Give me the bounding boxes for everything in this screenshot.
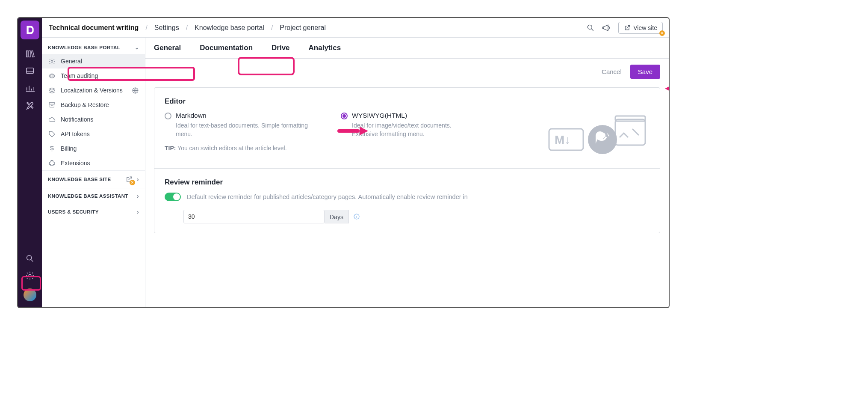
cloud-icon xyxy=(48,116,56,123)
review-reminder-toggle[interactable] xyxy=(165,193,181,201)
review-desc: Default review reminder for published ar… xyxy=(187,193,468,202)
radio-markdown[interactable] xyxy=(165,113,171,119)
breadcrumb-settings[interactable]: Settings xyxy=(153,24,181,32)
action-row: Cancel Save xyxy=(145,59,669,85)
section-label: KNOWLEDGE BASE SITE xyxy=(48,177,111,182)
choice-title: Markdown xyxy=(176,112,323,119)
item-label: API tokens xyxy=(61,131,90,137)
rail-tools-icon[interactable] xyxy=(21,97,38,114)
svg-point-3 xyxy=(588,25,592,29)
topbar-announce-icon[interactable] xyxy=(601,23,611,33)
tag-icon xyxy=(48,130,56,138)
editor-section: Editor Markdown Ideal for text-based doc… xyxy=(154,88,660,169)
section-label: KNOWLEDGE BASE PORTAL xyxy=(48,45,120,50)
breadcrumb-sep: / xyxy=(181,24,193,32)
globe-icon xyxy=(131,86,139,94)
chevron-right-icon: › xyxy=(137,193,139,199)
breadcrumb-page[interactable]: Project general xyxy=(278,24,328,32)
sidepanel-item-billing[interactable]: Billing xyxy=(42,141,145,156)
svg-point-2 xyxy=(29,274,31,277)
editor-choice-wysiwyg[interactable]: WYSIWYG(HTML) Ideal for image/video/text… xyxy=(341,112,469,139)
tab-drive[interactable]: Drive xyxy=(272,44,290,52)
sidepanel-section-kb-assistant[interactable]: KNOWLEDGE BASE ASSISTANT › xyxy=(42,188,145,204)
rail-drive-icon[interactable] xyxy=(21,62,38,80)
sidepanel-item-backup-restore[interactable]: Backup & Restore xyxy=(42,98,145,112)
item-label: Team auditing xyxy=(61,72,98,79)
breadcrumb-kb[interactable]: Knowledge base portal xyxy=(193,24,266,32)
user-avatar[interactable] xyxy=(24,288,36,301)
svg-rect-7 xyxy=(49,102,55,104)
cancel-button[interactable]: Cancel xyxy=(599,68,624,76)
radio-wysiwyg[interactable] xyxy=(341,113,348,119)
tab-analytics[interactable]: Analytics xyxy=(309,44,341,52)
editor-illustration-icon: M↓ xyxy=(547,112,650,159)
rail-search-icon[interactable] xyxy=(21,250,38,267)
sidepanel-item-team-auditing[interactable]: Team auditing xyxy=(42,68,145,83)
dollar-icon xyxy=(48,145,56,152)
svg-point-5 xyxy=(50,74,53,77)
sidepanel-item-api-tokens[interactable]: API tokens xyxy=(42,127,145,141)
external-link-icon xyxy=(125,175,133,184)
item-label: Billing xyxy=(61,145,77,152)
sidepanel-section-users-security[interactable]: USERS & SECURITY › xyxy=(42,204,145,220)
sidepanel-section-kb-portal[interactable]: KNOWLEDGE BASE PORTAL ⌄ xyxy=(42,41,145,54)
rail-analytics-icon[interactable] xyxy=(21,80,38,97)
breadcrumb-sep: / xyxy=(266,24,278,32)
svg-point-1 xyxy=(27,256,32,260)
svg-point-4 xyxy=(51,60,53,62)
svg-rect-10 xyxy=(615,119,645,145)
review-days-input[interactable] xyxy=(183,210,325,223)
choice-desc: Ideal for text-based documents. Simple f… xyxy=(176,121,323,139)
editor-choice-markdown[interactable]: Markdown Ideal for text-based documents.… xyxy=(165,112,323,139)
puzzle-icon xyxy=(48,159,56,167)
app-logo-icon[interactable] xyxy=(21,21,39,39)
gear-icon xyxy=(48,57,56,65)
editor-tip: TIP: You can switch editors at the artic… xyxy=(165,145,323,152)
review-section: Review reminder Default review reminder … xyxy=(154,169,660,233)
svg-rect-0 xyxy=(27,68,34,74)
choice-title: WYSIWYG(HTML) xyxy=(352,112,469,119)
topbar-search-icon[interactable] xyxy=(586,23,595,33)
tabs-bar: General Documentation Drive Analytics xyxy=(145,38,669,59)
item-label: Localization & Versions xyxy=(61,87,123,94)
breadcrumb-bar: Technical document writing / Settings / … xyxy=(42,18,669,38)
chevron-right-icon: › xyxy=(137,208,139,215)
archive-icon xyxy=(48,101,56,109)
view-site-label: View site xyxy=(633,24,657,31)
sidepanel-item-general[interactable]: General xyxy=(42,54,145,68)
breadcrumb-project[interactable]: Technical document writing xyxy=(47,24,140,32)
item-label: Backup & Restore xyxy=(61,101,109,108)
save-button[interactable]: Save xyxy=(630,65,660,79)
sidepanel-item-extensions[interactable]: Extensions xyxy=(42,156,145,170)
rail-settings-icon[interactable] xyxy=(21,267,38,284)
item-label: General xyxy=(61,58,82,65)
sidepanel-section-kb-site[interactable]: KNOWLEDGE BASE SITE › xyxy=(42,170,145,188)
sidepanel-item-notifications[interactable]: Notifications xyxy=(42,112,145,127)
tab-general[interactable]: General xyxy=(154,44,181,52)
review-days-unit: Days xyxy=(325,210,349,223)
settings-side-panel: KNOWLEDGE BASE PORTAL ⌄ General Team aud… xyxy=(42,38,145,307)
warning-badge-icon xyxy=(130,180,135,185)
chevron-down-icon: ⌄ xyxy=(135,45,139,51)
choice-desc: Ideal for image/video/text documents. Ex… xyxy=(352,121,469,139)
stack-icon xyxy=(48,86,56,94)
warning-badge-icon xyxy=(659,30,665,36)
chevron-right-icon: › xyxy=(137,176,139,183)
section-label: KNOWLEDGE BASE ASSISTANT xyxy=(48,193,128,199)
section-label: USERS & SECURITY xyxy=(48,209,99,214)
svg-rect-11 xyxy=(615,116,645,121)
editor-heading: Editor xyxy=(165,97,650,106)
item-label: Notifications xyxy=(61,116,93,123)
tab-documentation[interactable]: Documentation xyxy=(200,44,253,52)
rail-library-icon[interactable] xyxy=(21,45,38,62)
eye-gear-icon xyxy=(48,72,56,80)
item-label: Extensions xyxy=(61,160,90,166)
main-content: General Documentation Drive Analytics Ca… xyxy=(145,38,669,307)
info-icon[interactable] xyxy=(353,213,360,220)
settings-card: Editor Markdown Ideal for text-based doc… xyxy=(154,87,660,233)
breadcrumb-sep: / xyxy=(140,24,152,32)
review-heading: Review reminder xyxy=(165,178,650,187)
view-site-button[interactable]: View site xyxy=(618,22,663,34)
sidepanel-item-localization[interactable]: Localization & Versions xyxy=(42,83,145,98)
left-rail xyxy=(18,18,42,307)
